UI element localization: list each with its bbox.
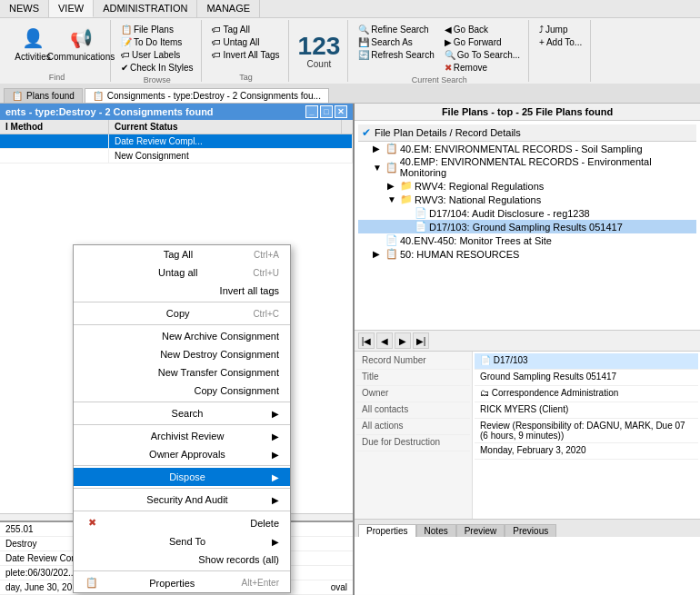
tag-all-button[interactable]: 🏷 Tag All	[209, 24, 252, 35]
tree-item-d17-103[interactable]: 📄 D17/103: Ground Sampling Results 05141…	[358, 220, 696, 233]
prop-val-actions: Review (Responsibility of: DAGNU, MARK, …	[475, 419, 698, 443]
expand-icon[interactable]: ▼	[373, 163, 384, 173]
ribbon-group-browse: 📋 File Plans 📝 To Do Items 🏷 User Labels…	[113, 20, 202, 82]
ctx-dispose[interactable]: Dispose ▶	[74, 468, 290, 486]
bottom-tabs: Properties Notes Preview Previous	[355, 519, 700, 537]
file-tree: ✔ File Plan Details / Record Details ▶ 📋…	[355, 121, 700, 330]
tab-news[interactable]: NEWS	[0, 0, 49, 17]
ctx-send-to[interactable]: Send To ▶	[74, 532, 290, 550]
properties-content: Record Number Title Owner All contacts A…	[355, 352, 700, 519]
col-status: Current Status	[109, 120, 342, 134]
count-group: 123 Count	[291, 20, 349, 82]
tree-item-env-records-monitoring[interactable]: ▼ 📋 40.EMP: ENVIRONMENTAL RECORDS - Envi…	[358, 155, 696, 179]
activities-icon: 👤	[22, 27, 44, 49]
doc-icon: 📄	[415, 221, 427, 233]
ctx-sep-2	[74, 324, 290, 325]
folder-icon: 📁	[400, 193, 413, 205]
btab-properties[interactable]: Properties	[358, 524, 416, 537]
tab-consignments[interactable]: 📋 Consignments - type:Destroy - 2 Consig…	[85, 88, 329, 103]
ctx-invert-tags[interactable]: Invert all tags	[74, 282, 290, 300]
ctx-properties[interactable]: 📋 Properties Alt+Enter	[74, 573, 290, 592]
minimize-button[interactable]: _	[305, 105, 318, 118]
ctx-copy[interactable]: Copy Ctrl+C	[74, 304, 290, 322]
tree-item-d17-104[interactable]: 📄 D17/104: Audit Disclosure - reg1238	[358, 206, 696, 220]
ctx-new-archive[interactable]: New Archive Consignment	[74, 327, 290, 345]
invert-all-tags-button[interactable]: 🏷 Invert All Tags	[209, 49, 282, 61]
close-button[interactable]: ✕	[335, 105, 347, 118]
right-panel: File Plans - top - 25 File Plans found ✔…	[355, 104, 700, 595]
go-forward-icon: ▶	[445, 37, 452, 47]
nav-first-button[interactable]: |◀	[358, 332, 375, 349]
file-plans-button[interactable]: 📋 File Plans	[118, 24, 176, 35]
ctx-sep-4	[74, 424, 290, 425]
ctx-search[interactable]: Search ▶	[74, 404, 290, 422]
ctx-send-arrow: ▶	[272, 537, 279, 547]
refine-search-button[interactable]: 🔍 Refine Search	[355, 24, 436, 35]
tab-administration[interactable]: ADMINISTRATION	[94, 0, 197, 17]
ctx-owner-approvals[interactable]: Owner Approvals ▶	[74, 445, 290, 463]
ctx-delete[interactable]: ✖ Delete	[74, 513, 290, 532]
ribbon-tabs: NEWS VIEW ADMINISTRATION MANAGE	[0, 0, 700, 18]
ribbon-group-tag: 🏷 Tag All 🏷 Untag All 🏷 Invert All Tags …	[204, 20, 288, 82]
prop-val-contacts: RICK MYERS (Client)	[475, 402, 698, 419]
ctx-owner-arrow: ▶	[272, 450, 279, 460]
add-to-button[interactable]: + Add To...	[536, 36, 585, 48]
check-icon: ✔	[362, 126, 371, 139]
ctx-new-destroy[interactable]: New Destroy Consignment	[74, 345, 290, 363]
add-to-icon: +	[539, 37, 545, 47]
to-do-items-button[interactable]: 📝 To Do Items	[118, 36, 185, 48]
ctx-tag-all[interactable]: Tag All Ctrl+A	[74, 245, 290, 263]
ctx-sep-7	[74, 511, 290, 511]
btab-previous[interactable]: Previous	[505, 524, 556, 537]
tab-plans-icon: 📋	[12, 91, 23, 101]
nav-last-button[interactable]: ▶|	[413, 332, 429, 349]
col-method: I Method	[0, 120, 109, 134]
ctx-sep-3	[74, 402, 290, 402]
communications-button[interactable]: 📢 Communications	[57, 24, 105, 65]
search-as-button[interactable]: 💾 Search As	[355, 36, 436, 48]
ctx-untag-all[interactable]: Untag all Ctrl+U	[74, 263, 290, 282]
count-number: 123	[298, 34, 341, 59]
ctx-archivist-review[interactable]: Archivist Review ▶	[74, 427, 290, 445]
refresh-search-button[interactable]: 🔄 Refresh Search	[355, 49, 436, 61]
expand-icon[interactable]: ▼	[387, 194, 398, 204]
record-details-label: File Plan Details / Record Details	[375, 127, 521, 138]
tree-item-hr[interactable]: ▶ 📋 50: HUMAN RESOURCES	[358, 247, 696, 261]
check-in-styles-button[interactable]: ✔ Check In Styles	[118, 62, 195, 74]
untag-all-button[interactable]: 🏷 Untag All	[209, 36, 262, 48]
properties-panel: Record Number Title Owner All contacts A…	[355, 351, 700, 519]
remove-button[interactable]: ✖ Remove	[442, 62, 523, 74]
tab-manage[interactable]: MANAGE	[197, 0, 260, 17]
ctx-security-audit[interactable]: Security And Audit ▶	[74, 491, 290, 509]
btab-notes[interactable]: Notes	[416, 524, 456, 537]
ribbon: 👤 Activities 📢 Communications Find 📋 Fil…	[0, 18, 700, 84]
ctx-show-records[interactable]: Show records (all)	[74, 550, 290, 569]
check-in-icon: ✔	[121, 63, 128, 73]
tree-item-env450[interactable]: 📄 40.ENV-450: Monitor Trees at Site	[358, 233, 696, 247]
user-labels-button[interactable]: 🏷 User Labels	[118, 49, 183, 61]
ctx-new-transfer[interactable]: New Transfer Consignment	[74, 363, 290, 382]
prop-val-due-destruction: Monday, February 3, 2020	[475, 443, 698, 460]
restore-button[interactable]: □	[320, 105, 333, 118]
doc-icon: 📄	[415, 207, 427, 219]
table-row[interactable]: Date Review Compl...	[0, 134, 353, 149]
table-row[interactable]: New Consignment	[0, 149, 353, 164]
tree-item-rwv3[interactable]: ▼ 📁 RWV3: National Regulations	[358, 193, 696, 206]
ctx-sep-8	[74, 570, 290, 571]
expand-icon[interactable]: ▶	[387, 181, 398, 191]
expand-icon[interactable]: ▶	[373, 144, 384, 154]
jump-button[interactable]: ⤴ Jump	[536, 24, 570, 35]
go-back-button[interactable]: ◀ Go Back	[442, 24, 523, 35]
tab-view[interactable]: VIEW	[49, 0, 94, 17]
tree-item-rwv4[interactable]: ▶ 📁 RWV4: Regional Regulations	[358, 179, 696, 193]
go-to-search-button[interactable]: 🔍 Go To Search...	[442, 49, 523, 61]
nav-prev-button[interactable]: ◀	[376, 332, 393, 349]
ctx-copy-consignment[interactable]: Copy Consignment	[74, 382, 290, 400]
tab-plans-found[interactable]: 📋 Plans found	[4, 88, 83, 103]
expand-icon[interactable]: ▶	[373, 249, 384, 259]
refine-search-icon: 🔍	[358, 25, 369, 35]
tree-item-env-records-soil[interactable]: ▶ 📋 40.EM: ENVIRONMENTAL RECORDS - Soil …	[358, 142, 696, 155]
btab-preview[interactable]: Preview	[456, 524, 505, 537]
nav-next-button[interactable]: ▶	[395, 332, 411, 349]
go-forward-button[interactable]: ▶ Go Forward	[442, 36, 523, 48]
